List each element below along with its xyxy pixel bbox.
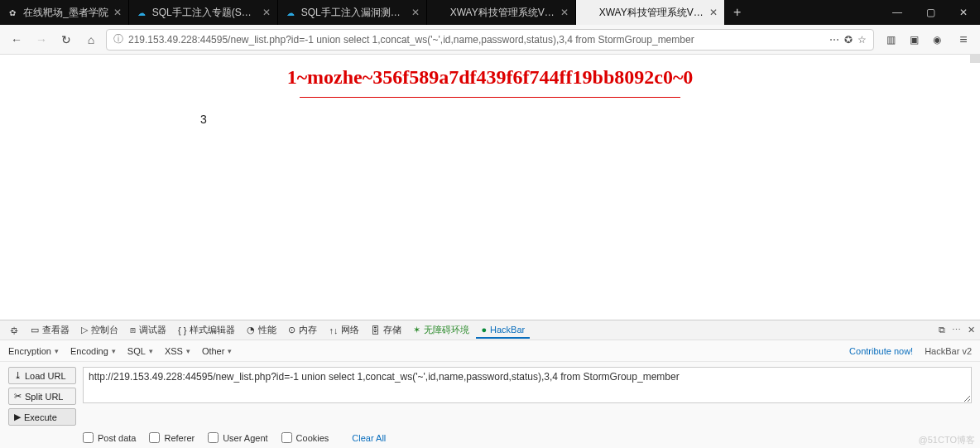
tab-2[interactable]: ☁ SQL手工注入漏洞测试(MySQL) ✕	[278, 0, 427, 25]
tab-label: SQL手工注入漏洞测试(MySQL)	[301, 6, 406, 20]
page-actions-icon[interactable]: ⋯	[829, 34, 839, 46]
dt-tab-memory[interactable]: ⊙内存	[283, 321, 322, 339]
hb-brand: HackBar v2	[925, 346, 972, 356]
tab-label: XWAY科技管理系统V3.0	[450, 6, 555, 20]
maximize-button[interactable]: ▢	[914, 0, 947, 25]
hb-opt-cookies[interactable]: Cookies	[281, 432, 329, 443]
tab-label: SQL手工注入专题(SQL Injecti	[152, 6, 257, 20]
dt-tab-hackbar[interactable]: ●HackBar	[476, 322, 530, 339]
hb-opt-referer[interactable]: Referer	[149, 432, 195, 443]
dt-tab-performance[interactable]: ◔性能	[242, 321, 281, 339]
hackbar-options: Post data Referer User Agent Cookies Cle…	[0, 429, 980, 448]
reload-button[interactable]: ↻	[56, 30, 76, 50]
url-text: 219.153.49.228:44595/new_list.php?id=-1 …	[128, 34, 824, 46]
tab-1[interactable]: ☁ SQL手工注入专题(SQL Injecti ✕	[129, 0, 278, 25]
hb-split-url-button[interactable]: ✂Split URL	[8, 388, 76, 405]
window-controls: — ▢ ✕	[881, 0, 980, 25]
tab-4[interactable]: XWAY科技管理系统V3.0 ✕	[576, 0, 725, 25]
close-icon[interactable]: ✕	[560, 7, 569, 18]
hb-opt-postdata[interactable]: Post data	[83, 432, 136, 443]
hb-menu-other[interactable]: Other▾	[202, 346, 233, 356]
hb-execute-button[interactable]: ▶Execute	[8, 408, 76, 426]
scissors-icon: ✂	[14, 391, 22, 402]
hackbar-body: ⤓Load URL ✂Split URL ▶Execute	[0, 362, 980, 429]
bookmark-star-icon[interactable]: ☆	[858, 34, 867, 46]
home-button[interactable]: ⌂	[81, 30, 101, 50]
dt-tab-console[interactable]: ▷控制台	[76, 321, 123, 339]
favicon-icon: ☁	[285, 7, 296, 18]
hackbar-menubar: Encryption▾ Encoding▾ SQL▾ XSS▾ Other▾ C…	[0, 340, 980, 362]
sidebar-icon[interactable]: ▣	[906, 34, 922, 46]
back-button[interactable]: ←	[7, 30, 26, 50]
account-icon[interactable]: ◉	[929, 34, 945, 46]
toolbar-right: ▥ ▣ ◉	[879, 34, 949, 46]
favicon-icon: ☁	[136, 7, 147, 18]
page-heading: 1~mozhe~356f589a7df439f6f744ff19bb8092c0…	[200, 66, 780, 89]
devtools-panel: ⯐ ▭查看器 ▷控制台 ⧆调试器 { }样式编辑器 ◔性能 ⊙内存 ↑↓网络 🗄…	[0, 320, 980, 448]
hb-load-url-button[interactable]: ⤓Load URL	[8, 367, 76, 384]
tab-label: XWAY科技管理系统V3.0	[599, 6, 704, 20]
devtools-tabbar: ⯐ ▭查看器 ▷控制台 ⧆调试器 { }样式编辑器 ◔性能 ⊙内存 ↑↓网络 🗄…	[0, 320, 980, 340]
play-icon: ▶	[14, 412, 21, 422]
app-menu-button[interactable]: ≡	[954, 32, 973, 47]
hb-menu-xss[interactable]: XSS▾	[165, 346, 190, 356]
forward-button[interactable]: →	[31, 30, 51, 50]
close-window-button[interactable]: ✕	[947, 0, 980, 25]
page-subtext: 3	[200, 113, 780, 126]
devtools-close-icon[interactable]: ✕	[968, 325, 975, 335]
hb-contribute-link[interactable]: Contribute now!	[849, 346, 913, 356]
scrollbar[interactable]	[970, 55, 980, 63]
tab-3[interactable]: XWAY科技管理系统V3.0 ✕	[427, 0, 576, 25]
dt-tab-style-editor[interactable]: { }样式编辑器	[173, 321, 240, 339]
library-icon[interactable]: ▥	[882, 34, 899, 46]
hb-menu-encryption[interactable]: Encryption▾	[8, 346, 59, 356]
dt-tab-storage[interactable]: 🗄存储	[366, 321, 406, 339]
dock-side-icon[interactable]: ⧉	[939, 325, 945, 335]
favicon-icon	[434, 7, 445, 18]
close-icon[interactable]: ✕	[113, 7, 122, 18]
inspector-pick-icon[interactable]: ⯐	[5, 323, 24, 338]
url-bar[interactable]: ⓘ 219.153.49.228:44595/new_list.php?id=-…	[106, 29, 874, 51]
download-icon: ⤓	[14, 370, 22, 381]
close-icon[interactable]: ✕	[411, 7, 420, 18]
hb-opt-useragent[interactable]: User Agent	[208, 432, 267, 443]
close-icon[interactable]: ✕	[262, 7, 271, 18]
watermark: @51CTO博客	[919, 434, 975, 446]
hb-url-input[interactable]	[83, 367, 972, 403]
shield-icon[interactable]: ✪	[844, 34, 853, 46]
hb-menu-sql[interactable]: SQL▾	[127, 346, 153, 356]
hb-menu-encoding[interactable]: Encoding▾	[70, 346, 116, 356]
page-content: 1~mozhe~356f589a7df439f6f744ff19bb8092c0…	[0, 55, 980, 320]
titlebar: ✿ 在线靶场_墨者学院 ✕ ☁ SQL手工注入专题(SQL Injecti ✕ …	[0, 0, 980, 25]
divider	[300, 97, 680, 98]
dt-tab-network[interactable]: ↑↓网络	[324, 321, 364, 339]
dt-tab-debugger[interactable]: ⧆调试器	[125, 321, 171, 339]
devtools-more-icon[interactable]: ⋯	[952, 325, 961, 335]
favicon-icon: ✿	[7, 7, 18, 18]
dt-tab-inspector[interactable]: ▭查看器	[26, 321, 74, 339]
tab-label: 在线靶场_墨者学院	[23, 6, 108, 20]
dt-tab-accessibility[interactable]: ✶无障碍环境	[408, 321, 474, 339]
navbar: ← → ↻ ⌂ ⓘ 219.153.49.228:44595/new_list.…	[0, 25, 980, 55]
new-tab-button[interactable]: +	[725, 0, 750, 25]
site-info-icon[interactable]: ⓘ	[113, 32, 123, 46]
tab-0[interactable]: ✿ 在线靶场_墨者学院 ✕	[0, 0, 129, 25]
close-icon[interactable]: ✕	[709, 7, 718, 18]
minimize-button[interactable]: —	[881, 0, 914, 25]
favicon-icon	[583, 7, 594, 18]
hb-clear-all[interactable]: Clear All	[352, 433, 386, 443]
